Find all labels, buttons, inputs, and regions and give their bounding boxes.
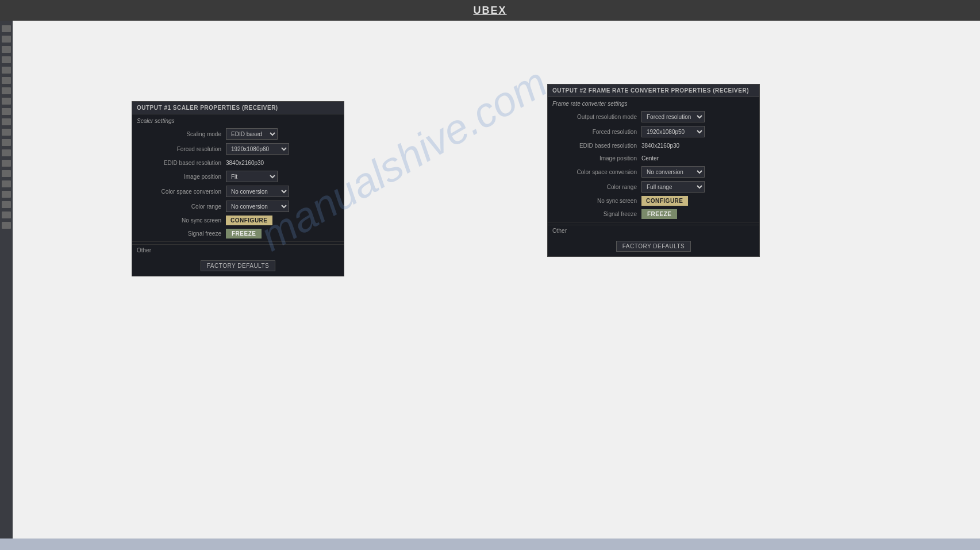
panel2-select-color-space[interactable]: No conversion RGB to YCbCr YCbCr to RGB: [641, 166, 705, 178]
panel1-row-forced-resolution: Forced resolution 1920x1080p60 3840x2160…: [132, 141, 344, 156]
panel1-section: Scaler settings: [132, 114, 344, 126]
sidebar-item-12[interactable]: [2, 139, 11, 146]
sidebar-item-10[interactable]: [2, 118, 11, 125]
panel1-label-forced-resolution: Forced resolution: [137, 146, 226, 152]
sidebar-item-20[interactable]: [2, 222, 11, 229]
panel2-divider: [548, 222, 759, 222]
panel1-configure-button[interactable]: CONFIGURE: [226, 216, 272, 225]
panel1-label-image-position: Image position: [137, 174, 226, 180]
panel1-value-edid-resolution: 3840x2160p30: [226, 160, 264, 166]
panel1-row-image-position: Image position Fit Center Stretch: [132, 169, 344, 184]
panel2-row-image-position: Image position Center: [548, 152, 759, 164]
panel2-label-signal-freeze: Signal freeze: [552, 211, 641, 217]
panel2-value-image-position: Center: [641, 155, 659, 161]
sidebar-item-3[interactable]: [2, 46, 11, 53]
sidebar-item-18[interactable]: [2, 201, 11, 208]
sidebar-item-16[interactable]: [2, 180, 11, 187]
panel2-label-color-space: Color space conversion: [552, 169, 641, 175]
sidebar-item-8[interactable]: [2, 98, 11, 105]
panel1-other-label: Other: [132, 244, 344, 256]
panel1-factory-row: FACTORY DEFAULTS: [132, 256, 344, 276]
panel1-label-scaling-mode: Scaling mode: [137, 131, 226, 137]
sidebar-item-1[interactable]: [2, 25, 11, 32]
panel1-select-scaling-mode[interactable]: EDID based Forced resolution No scaling: [226, 128, 278, 140]
panel2-label-no-sync-screen: No sync screen: [552, 198, 641, 204]
panel1-label-no-sync-screen: No sync screen: [137, 217, 226, 224]
sidebar-item-15[interactable]: [2, 170, 11, 177]
app-logo: UBEX: [473, 5, 506, 17]
panel2-label-color-range: Color range: [552, 184, 641, 190]
panel1-select-image-position[interactable]: Fit Center Stretch: [226, 171, 278, 182]
left-sidebar: [0, 21, 13, 550]
panel2-row-color-range: Color range Full range Limited range No …: [548, 179, 759, 194]
panel2-select-output-res-mode[interactable]: Forced resolution EDID based No scaling: [641, 111, 705, 122]
panel1-row-signal-freeze: Signal freeze FREEZE: [132, 227, 344, 240]
panel1-row-scaling-mode: Scaling mode EDID based Forced resolutio…: [132, 126, 344, 141]
panel2-label-edid-resolution: EDID based resolution: [552, 143, 641, 149]
panel2-row-edid-resolution: EDID based resolution 3840x2160p30: [548, 139, 759, 152]
panel1-factory-defaults-button[interactable]: FACTORY DEFAULTS: [201, 260, 275, 271]
panel2-value-edid-resolution: 3840x2160p30: [641, 143, 679, 149]
sidebar-item-13[interactable]: [2, 149, 11, 156]
panel1-divider: [132, 241, 344, 242]
sidebar-item-19[interactable]: [2, 211, 11, 218]
panel1-select-color-range[interactable]: No conversion Full range Limited range: [226, 201, 289, 212]
panel1-label-signal-freeze: Signal freeze: [137, 230, 226, 237]
panel2-row-color-space: Color space conversion No conversion RGB…: [548, 164, 759, 179]
bottom-bar: [0, 539, 980, 550]
main-content: manualshive.com OUTPUT #1 SCALER PROPERT…: [13, 21, 980, 539]
panel2-row-output-res-mode: Output resolution mode Forced resolution…: [548, 109, 759, 124]
sidebar-item-9[interactable]: [2, 108, 11, 115]
panel2-label-forced-resolution: Forced resolution: [552, 129, 641, 135]
sidebar-item-14[interactable]: [2, 160, 11, 167]
sidebar-item-6[interactable]: [2, 77, 11, 84]
panel2-row-forced-resolution: Forced resolution 1920x1080p50 1920x1080…: [548, 124, 759, 139]
panel1-row-color-space: Color space conversion No conversion RGB…: [132, 184, 344, 199]
panel2-section: Frame rate converter settings: [548, 97, 759, 109]
sidebar-item-2[interactable]: [2, 36, 11, 43]
panel2-freeze-button[interactable]: FREEZE: [641, 209, 677, 219]
panel2-label-output-res-mode: Output resolution mode: [552, 114, 641, 120]
panel1-label-color-range: Color range: [137, 203, 226, 210]
sidebar-item-5[interactable]: [2, 67, 11, 74]
panel2-other-label: Other: [548, 225, 759, 236]
panel-output2-framerate: OUTPUT #2 FRAME RATE CONVERTER PROPERTIE…: [547, 84, 760, 257]
sidebar-item-11[interactable]: [2, 129, 11, 136]
panel1-row-edid-resolution: EDID based resolution 3840x2160p30: [132, 156, 344, 169]
panel1-freeze-button[interactable]: FREEZE: [226, 229, 262, 239]
panel-output1-scaler: OUTPUT #1 SCALER PROPERTIES (RECEIVER) S…: [132, 101, 344, 276]
panel2-factory-row: FACTORY DEFAULTS: [548, 236, 759, 256]
panel1-title: OUTPUT #1 SCALER PROPERTIES (RECEIVER): [132, 102, 344, 114]
panel2-row-signal-freeze: Signal freeze FREEZE: [548, 207, 759, 221]
panel1-row-color-range: Color range No conversion Full range Lim…: [132, 199, 344, 214]
panel2-row-no-sync-screen: No sync screen CONFIGURE: [548, 194, 759, 207]
top-bar: UBEX: [0, 0, 980, 21]
panel1-select-forced-resolution[interactable]: 1920x1080p60 3840x2160p30 1280x720p60: [226, 143, 289, 155]
panel2-title: OUTPUT #2 FRAME RATE CONVERTER PROPERTIE…: [548, 84, 759, 97]
panel1-label-color-space: Color space conversion: [137, 189, 226, 195]
sidebar-item-7[interactable]: [2, 87, 11, 94]
sidebar-item-4[interactable]: [2, 56, 11, 63]
panel1-select-color-space[interactable]: No conversion RGB to YCbCr YCbCr to RGB: [226, 186, 289, 197]
panel2-select-forced-resolution[interactable]: 1920x1080p50 1920x1080p60 3840x2160p30: [641, 126, 705, 137]
panel1-row-no-sync-screen: No sync screen CONFIGURE: [132, 214, 344, 227]
panel2-select-color-range[interactable]: Full range Limited range No conversion: [641, 181, 705, 193]
panel2-factory-defaults-button[interactable]: FACTORY DEFAULTS: [616, 241, 691, 252]
panel2-configure-button[interactable]: CONFIGURE: [641, 196, 688, 206]
panel1-label-edid-resolution: EDID based resolution: [137, 160, 226, 166]
sidebar-item-17[interactable]: [2, 191, 11, 198]
panel2-label-image-position: Image position: [552, 155, 641, 161]
